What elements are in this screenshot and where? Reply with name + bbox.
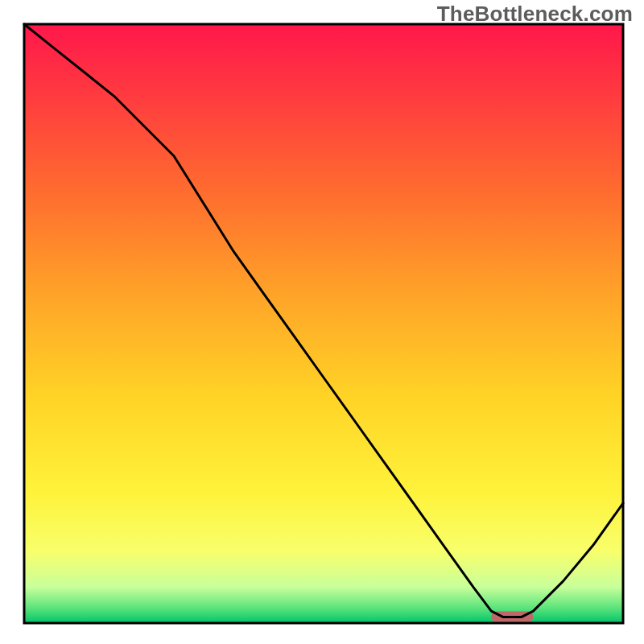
- bottleneck-chart: TheBottleneck.com: [0, 0, 644, 644]
- gradient-background: [24, 24, 623, 623]
- watermark-text: TheBottleneck.com: [437, 2, 633, 27]
- chart-svg: [0, 0, 644, 644]
